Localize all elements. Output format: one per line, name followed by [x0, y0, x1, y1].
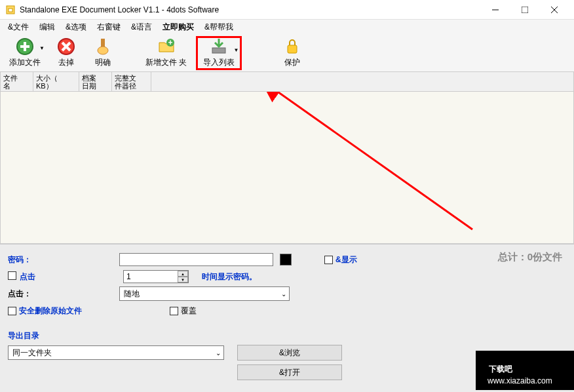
spinner-input[interactable]: 1 ▲▼ — [123, 270, 189, 283]
add-label: 添加文件 — [9, 57, 41, 68]
new-folder-button[interactable]: + 新增文件 夹 — [140, 36, 192, 70]
output-folder-value: 同一文件夹 — [12, 347, 52, 359]
position-value: 随地 — [124, 288, 140, 300]
svg-rect-17 — [288, 45, 297, 53]
overwrite-checkbox[interactable] — [170, 307, 178, 315]
minimize-button[interactable] — [480, 0, 510, 19]
maximize-button[interactable] — [510, 0, 539, 19]
menu-buy[interactable]: 立即购买 — [157, 20, 199, 34]
protect-label: 保护 — [284, 57, 300, 68]
lock-icon — [283, 37, 301, 56]
add-file-button[interactable]: 添加文件 ▼ — [4, 36, 46, 70]
time-show-label: 时间显示密码。 — [202, 271, 257, 283]
open-button[interactable]: &打开 — [237, 364, 342, 380]
newfolder-label: 新增文件 夹 — [145, 57, 187, 68]
menu-rightkey[interactable]: 右窗键 — [92, 20, 126, 34]
dropdown-icon: ▼ — [233, 47, 239, 53]
app-icon — [5, 5, 16, 15]
spinner-up[interactable]: ▲ — [178, 271, 188, 277]
chevron-down-icon: ⌄ — [216, 349, 221, 357]
output-dir-label: 导出目录 — [8, 330, 39, 342]
show-label: &显示 — [335, 254, 357, 265]
remove-icon — [57, 37, 75, 56]
table-header: 文件 名 大小（ KB） 档案 日期 完整文 件器径 — [0, 72, 574, 92]
password-input[interactable] — [119, 253, 273, 266]
click-label2: 点击： — [8, 288, 119, 300]
dropdown-icon: ▼ — [39, 45, 45, 51]
remove-button[interactable]: 去掉 — [50, 36, 83, 70]
spinner-down[interactable]: ▼ — [178, 277, 188, 283]
titlebar: Standalone EXE Document Locker V1.1 - 4d… — [0, 0, 574, 20]
password-label: 密码： — [8, 254, 119, 265]
window-title: Standalone EXE Document Locker V1.1 - 4d… — [20, 5, 480, 14]
column-path[interactable]: 完整文 件器径 — [112, 72, 151, 91]
watermark-url: www.xiazaiba.com — [487, 376, 552, 385]
chevron-down-icon: ⌄ — [281, 290, 286, 298]
protect-button[interactable]: 保护 — [276, 36, 309, 70]
color-picker[interactable] — [280, 254, 292, 265]
import-label: 导入列表 — [203, 57, 235, 68]
clear-button[interactable]: 明确 — [86, 36, 119, 70]
clear-icon — [94, 37, 112, 56]
column-size[interactable]: 大小（ KB） — [33, 72, 79, 91]
watermark-brand: 下载吧 — [488, 364, 513, 374]
menu-edit[interactable]: 编辑 — [34, 20, 60, 34]
annotation-arrow — [1, 92, 574, 244]
import-icon — [210, 37, 228, 56]
menu-language[interactable]: &语言 — [126, 20, 157, 34]
secure-delete-checkbox[interactable] — [8, 307, 16, 315]
menu-help[interactable]: &帮帮我 — [199, 20, 239, 34]
menubar: &文件 编辑 &选项 右窗键 &语言 立即购买 &帮帮我 — [0, 20, 574, 34]
add-icon — [16, 37, 34, 56]
click-checkbox[interactable] — [8, 271, 16, 280]
click-label: 点击 — [20, 271, 123, 283]
spinner-value: 1 — [126, 272, 131, 281]
secure-delete-label: 安全删除原始文件 — [19, 305, 170, 317]
svg-line-18 — [276, 92, 472, 229]
show-checkbox[interactable] — [324, 256, 333, 264]
svg-point-13 — [98, 47, 108, 54]
clear-label: 明确 — [95, 57, 111, 68]
position-select[interactable]: 随地 ⌄ — [119, 286, 290, 301]
close-button[interactable] — [539, 0, 569, 19]
output-folder-select[interactable]: 同一文件夹 ⌄ — [8, 345, 224, 360]
toolbar: 添加文件 ▼ 去掉 明确 + 新增文件 夹 导入列表 ▼ 保护 — [0, 34, 574, 72]
total-count: 总计：0份文件 — [498, 251, 562, 264]
folder-icon: + — [157, 37, 176, 56]
watermark-logo: 下载吧 www.xiazaiba.com — [476, 351, 574, 392]
file-list[interactable] — [0, 92, 574, 244]
menu-file[interactable]: &文件 — [3, 20, 34, 34]
column-date[interactable]: 档案 日期 — [79, 72, 112, 91]
menu-options[interactable]: &选项 — [60, 20, 92, 34]
column-name[interactable]: 文件 名 — [1, 72, 33, 91]
svg-rect-16 — [212, 48, 225, 53]
import-list-button[interactable]: 导入列表 ▼ — [196, 36, 242, 70]
svg-rect-1 — [9, 9, 12, 12]
remove-label: 去掉 — [58, 57, 74, 68]
svg-rect-3 — [522, 7, 528, 13]
overwrite-label: 覆盖 — [181, 305, 197, 317]
svg-text:+: + — [168, 38, 172, 47]
browse-button[interactable]: &浏览 — [237, 345, 342, 361]
